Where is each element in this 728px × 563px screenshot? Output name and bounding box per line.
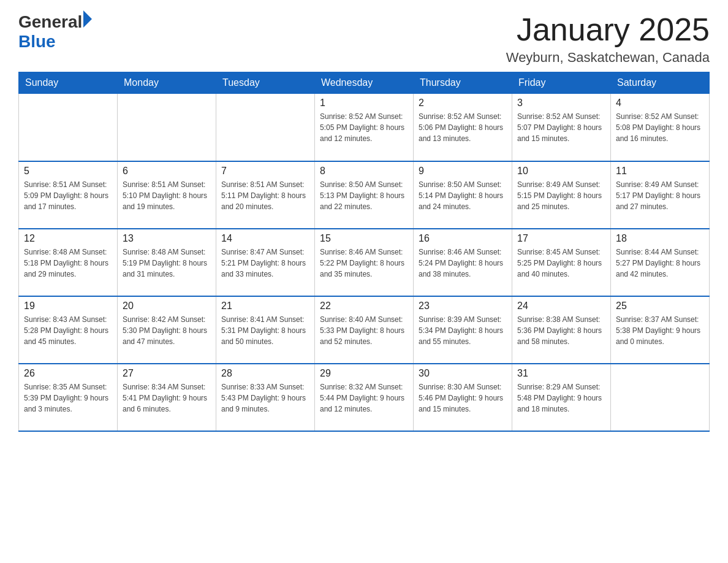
day-number: 6	[123, 166, 211, 177]
day-number: 23	[419, 301, 507, 312]
day-number: 16	[419, 233, 507, 244]
day-info: Sunrise: 8:32 AM Sunset: 5:44 PM Dayligh…	[320, 381, 408, 415]
day-number: 14	[221, 233, 309, 244]
day-number: 17	[517, 233, 605, 244]
day-number: 29	[320, 368, 408, 379]
calendar-week-4: 19Sunrise: 8:43 AM Sunset: 5:28 PM Dayli…	[19, 296, 710, 364]
day-info: Sunrise: 8:35 AM Sunset: 5:39 PM Dayligh…	[24, 381, 112, 415]
day-info: Sunrise: 8:52 AM Sunset: 5:08 PM Dayligh…	[616, 111, 704, 144]
calendar-cell: 4Sunrise: 8:52 AM Sunset: 5:08 PM Daylig…	[611, 94, 710, 161]
calendar-cell	[19, 94, 118, 161]
day-number: 19	[24, 301, 112, 312]
calendar-week-3: 12Sunrise: 8:48 AM Sunset: 5:18 PM Dayli…	[19, 229, 710, 296]
day-number: 11	[616, 166, 704, 177]
calendar-cell: 30Sunrise: 8:30 AM Sunset: 5:46 PM Dayli…	[414, 364, 512, 431]
day-info: Sunrise: 8:47 AM Sunset: 5:21 PM Dayligh…	[221, 247, 309, 280]
day-number: 20	[123, 301, 211, 312]
calendar-cell: 16Sunrise: 8:46 AM Sunset: 5:24 PM Dayli…	[414, 229, 512, 296]
day-info: Sunrise: 8:40 AM Sunset: 5:33 PM Dayligh…	[320, 314, 408, 347]
title-group: January 2025 Weyburn, Saskatchewan, Cana…	[506, 12, 710, 66]
day-info: Sunrise: 8:39 AM Sunset: 5:34 PM Dayligh…	[419, 314, 507, 347]
calendar-cell: 11Sunrise: 8:49 AM Sunset: 5:17 PM Dayli…	[611, 161, 710, 229]
day-info: Sunrise: 8:29 AM Sunset: 5:48 PM Dayligh…	[517, 381, 605, 415]
calendar-cell: 29Sunrise: 8:32 AM Sunset: 5:44 PM Dayli…	[315, 364, 414, 431]
calendar-cell: 27Sunrise: 8:34 AM Sunset: 5:41 PM Dayli…	[118, 364, 216, 431]
day-info: Sunrise: 8:30 AM Sunset: 5:46 PM Dayligh…	[419, 381, 507, 415]
day-info: Sunrise: 8:42 AM Sunset: 5:30 PM Dayligh…	[123, 314, 211, 347]
calendar-cell: 13Sunrise: 8:48 AM Sunset: 5:19 PM Dayli…	[118, 229, 216, 296]
weekday-header-saturday: Saturday	[611, 72, 710, 94]
calendar-cell: 18Sunrise: 8:44 AM Sunset: 5:27 PM Dayli…	[611, 229, 710, 296]
logo: General Blue	[18, 12, 92, 52]
calendar-cell: 10Sunrise: 8:49 AM Sunset: 5:15 PM Dayli…	[512, 161, 611, 229]
day-number: 27	[123, 368, 211, 379]
calendar-cell: 28Sunrise: 8:33 AM Sunset: 5:43 PM Dayli…	[216, 364, 315, 431]
day-number: 9	[419, 166, 507, 177]
day-number: 18	[616, 233, 704, 244]
day-number: 15	[320, 233, 408, 244]
weekday-header-thursday: Thursday	[414, 72, 512, 94]
day-number: 8	[320, 166, 408, 177]
calendar-cell: 14Sunrise: 8:47 AM Sunset: 5:21 PM Dayli…	[216, 229, 315, 296]
calendar-cell: 2Sunrise: 8:52 AM Sunset: 5:06 PM Daylig…	[414, 94, 512, 161]
calendar-cell: 6Sunrise: 8:51 AM Sunset: 5:10 PM Daylig…	[118, 161, 216, 229]
day-info: Sunrise: 8:43 AM Sunset: 5:28 PM Dayligh…	[24, 314, 112, 347]
weekday-header-monday: Monday	[118, 72, 216, 94]
calendar-cell: 9Sunrise: 8:50 AM Sunset: 5:14 PM Daylig…	[414, 161, 512, 229]
day-info: Sunrise: 8:34 AM Sunset: 5:41 PM Dayligh…	[123, 381, 211, 415]
calendar-cell: 19Sunrise: 8:43 AM Sunset: 5:28 PM Dayli…	[19, 296, 118, 364]
day-number: 21	[221, 301, 309, 312]
day-info: Sunrise: 8:45 AM Sunset: 5:25 PM Dayligh…	[517, 247, 605, 280]
day-number: 3	[517, 98, 605, 109]
logo-text-general: General	[18, 12, 82, 32]
day-number: 24	[517, 301, 605, 312]
weekday-header-tuesday: Tuesday	[216, 72, 315, 94]
calendar-cell	[216, 94, 315, 161]
day-info: Sunrise: 8:41 AM Sunset: 5:31 PM Dayligh…	[221, 314, 309, 347]
day-info: Sunrise: 8:51 AM Sunset: 5:10 PM Dayligh…	[123, 179, 211, 212]
calendar-cell: 22Sunrise: 8:40 AM Sunset: 5:33 PM Dayli…	[315, 296, 414, 364]
day-number: 2	[419, 98, 507, 109]
day-info: Sunrise: 8:46 AM Sunset: 5:24 PM Dayligh…	[419, 247, 507, 280]
day-number: 26	[24, 368, 112, 379]
calendar-cell	[611, 364, 710, 431]
calendar-cell: 8Sunrise: 8:50 AM Sunset: 5:13 PM Daylig…	[315, 161, 414, 229]
day-number: 7	[221, 166, 309, 177]
day-info: Sunrise: 8:38 AM Sunset: 5:36 PM Dayligh…	[517, 314, 605, 347]
logo-triangle-icon	[83, 10, 92, 28]
calendar-cell: 17Sunrise: 8:45 AM Sunset: 5:25 PM Dayli…	[512, 229, 611, 296]
calendar-cell	[118, 94, 216, 161]
calendar-cell: 24Sunrise: 8:38 AM Sunset: 5:36 PM Dayli…	[512, 296, 611, 364]
calendar-cell: 20Sunrise: 8:42 AM Sunset: 5:30 PM Dayli…	[118, 296, 216, 364]
day-info: Sunrise: 8:52 AM Sunset: 5:06 PM Dayligh…	[419, 111, 507, 144]
day-info: Sunrise: 8:49 AM Sunset: 5:17 PM Dayligh…	[616, 179, 704, 212]
day-number: 5	[24, 166, 112, 177]
weekday-header-friday: Friday	[512, 72, 611, 94]
day-number: 30	[419, 368, 507, 379]
day-info: Sunrise: 8:37 AM Sunset: 5:38 PM Dayligh…	[616, 314, 704, 347]
logo-text-blue: Blue	[18, 32, 92, 52]
day-number: 25	[616, 301, 704, 312]
calendar-cell: 12Sunrise: 8:48 AM Sunset: 5:18 PM Dayli…	[19, 229, 118, 296]
day-info: Sunrise: 8:33 AM Sunset: 5:43 PM Dayligh…	[221, 381, 309, 415]
calendar-week-2: 5Sunrise: 8:51 AM Sunset: 5:09 PM Daylig…	[19, 161, 710, 229]
day-info: Sunrise: 8:51 AM Sunset: 5:09 PM Dayligh…	[24, 179, 112, 212]
day-info: Sunrise: 8:48 AM Sunset: 5:19 PM Dayligh…	[123, 247, 211, 280]
page-header: General Blue January 2025 Weyburn, Saska…	[18, 12, 710, 66]
day-info: Sunrise: 8:51 AM Sunset: 5:11 PM Dayligh…	[221, 179, 309, 212]
day-number: 12	[24, 233, 112, 244]
calendar-cell: 7Sunrise: 8:51 AM Sunset: 5:11 PM Daylig…	[216, 161, 315, 229]
calendar-week-5: 26Sunrise: 8:35 AM Sunset: 5:39 PM Dayli…	[19, 364, 710, 431]
day-number: 13	[123, 233, 211, 244]
calendar-cell: 15Sunrise: 8:46 AM Sunset: 5:22 PM Dayli…	[315, 229, 414, 296]
day-info: Sunrise: 8:48 AM Sunset: 5:18 PM Dayligh…	[24, 247, 112, 280]
day-info: Sunrise: 8:52 AM Sunset: 5:05 PM Dayligh…	[320, 111, 408, 144]
calendar-cell: 26Sunrise: 8:35 AM Sunset: 5:39 PM Dayli…	[19, 364, 118, 431]
day-number: 22	[320, 301, 408, 312]
day-number: 28	[221, 368, 309, 379]
day-number: 31	[517, 368, 605, 379]
day-number: 4	[616, 98, 704, 109]
calendar-cell: 31Sunrise: 8:29 AM Sunset: 5:48 PM Dayli…	[512, 364, 611, 431]
weekday-header-wednesday: Wednesday	[315, 72, 414, 94]
calendar-cell: 21Sunrise: 8:41 AM Sunset: 5:31 PM Dayli…	[216, 296, 315, 364]
